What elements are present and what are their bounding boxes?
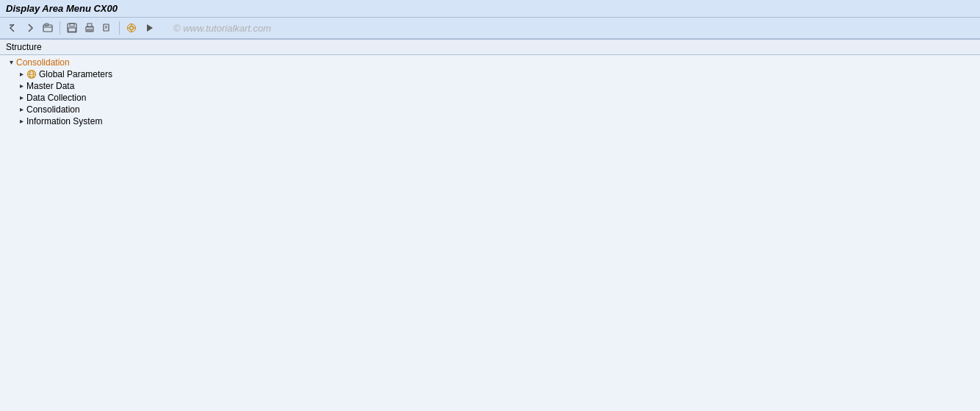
- tree-item-data-collection[interactable]: ▸ Data Collection: [0, 92, 980, 104]
- title-bar: Display Area Menu CX00: [0, 0, 980, 18]
- toolbar-back-btn[interactable]: [4, 20, 21, 36]
- window-title: Display Area Menu CX00: [6, 3, 118, 14]
- toolbar-open-btn[interactable]: [40, 20, 56, 36]
- tree-label-information-system: Information System: [26, 116, 102, 126]
- svg-rect-8: [87, 29, 92, 31]
- tree-item-consolidation-child[interactable]: ▸ Consolidation: [0, 104, 980, 115]
- tree-label-global-parameters: Global Parameters: [39, 69, 112, 79]
- toolbar-forward-btn[interactable]: [22, 20, 38, 36]
- toggle-data-collection[interactable]: ▸: [16, 93, 26, 103]
- watermark: © www.tutorialkart.com: [173, 23, 271, 34]
- globe-icon: [26, 69, 37, 79]
- tree-label-consolidation-child: Consolidation: [26, 104, 80, 115]
- tree-item-information-system[interactable]: ▸ Information System: [0, 115, 980, 127]
- toggle-consolidation-child[interactable]: ▸: [16, 104, 26, 115]
- toggle-information-system[interactable]: ▸: [16, 116, 26, 126]
- tree-label-data-collection: Data Collection: [26, 93, 86, 103]
- toolbar-save-btn[interactable]: [64, 20, 80, 36]
- tree-label-consolidation-root: Consolidation: [16, 57, 70, 68]
- toolbar-edit-btn[interactable]: [99, 20, 115, 36]
- main-layout: Display Area Menu CX00: [0, 0, 980, 411]
- toolbar-sep2: [119, 21, 120, 35]
- toggle-global-parameters[interactable]: ▸: [16, 69, 26, 79]
- structure-header: Structure: [0, 40, 980, 55]
- toolbar-print-btn[interactable]: [82, 20, 98, 36]
- tree-label-master-data: Master Data: [26, 81, 74, 91]
- toolbar-sep1: [60, 21, 60, 35]
- tree-area: ▾ Consolidation ▸ Global Parameters ▸: [0, 55, 980, 411]
- toolbar-settings-btn[interactable]: [123, 20, 140, 36]
- toolbar-run-btn[interactable]: [141, 20, 157, 36]
- toggle-master-data[interactable]: ▸: [16, 81, 26, 91]
- svg-rect-5: [68, 28, 76, 32]
- toggle-consolidation-root[interactable]: ▾: [6, 57, 16, 68]
- toolbar: © www.tutorialkart.com: [0, 18, 980, 40]
- tree-item-master-data[interactable]: ▸ Master Data: [0, 80, 980, 92]
- svg-point-12: [130, 26, 134, 30]
- svg-marker-18: [147, 24, 153, 32]
- structure-label: Structure: [6, 42, 42, 52]
- tree-item-global-parameters[interactable]: ▸ Global Parameters: [0, 68, 980, 80]
- tree-item-consolidation-root[interactable]: ▾ Consolidation: [0, 57, 980, 68]
- globe-icon-container: [26, 69, 37, 79]
